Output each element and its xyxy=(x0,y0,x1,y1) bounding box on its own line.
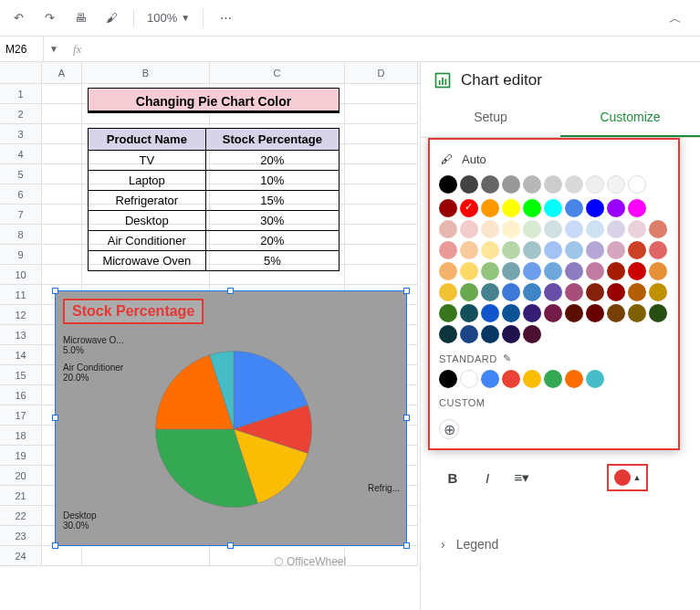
color-swatch[interactable] xyxy=(607,220,625,238)
align-button[interactable]: ≡▾ xyxy=(508,464,536,491)
print-button[interactable]: 🖶 xyxy=(71,9,89,27)
color-swatch[interactable] xyxy=(502,220,520,238)
color-swatch[interactable] xyxy=(439,199,457,217)
color-swatch[interactable] xyxy=(565,370,583,388)
color-swatch[interactable] xyxy=(502,283,520,301)
select-all-corner[interactable] xyxy=(0,62,42,83)
italic-button[interactable]: I xyxy=(474,464,501,491)
color-swatch[interactable] xyxy=(439,241,457,259)
color-swatch[interactable] xyxy=(586,304,604,322)
color-swatch[interactable] xyxy=(628,283,646,301)
color-swatch[interactable] xyxy=(607,262,625,280)
row-header[interactable]: 7 xyxy=(0,205,42,225)
color-swatch[interactable] xyxy=(481,220,499,238)
color-swatch[interactable] xyxy=(439,220,457,238)
color-swatch[interactable] xyxy=(544,175,562,194)
color-swatch[interactable] xyxy=(565,304,583,322)
color-swatch[interactable] xyxy=(544,199,562,217)
row-header[interactable]: 24 xyxy=(0,546,42,566)
color-swatch[interactable] xyxy=(586,199,604,217)
color-swatch[interactable] xyxy=(586,370,604,388)
zoom-dropdown[interactable]: 100% ▼ xyxy=(147,11,190,25)
color-swatch[interactable] xyxy=(502,241,520,259)
color-swatch[interactable] xyxy=(460,199,478,217)
row-header[interactable]: 12 xyxy=(0,305,42,325)
color-swatch[interactable] xyxy=(460,283,478,301)
color-swatch[interactable] xyxy=(523,325,541,343)
sheet-title-cell[interactable]: Changing Pie Chart Color xyxy=(88,88,340,113)
resize-handle[interactable] xyxy=(403,542,410,549)
col-header-d[interactable]: D xyxy=(345,62,418,83)
row-header[interactable]: 14 xyxy=(0,345,42,365)
resize-handle[interactable] xyxy=(52,415,58,421)
color-swatch[interactable] xyxy=(481,199,499,217)
color-swatch[interactable] xyxy=(523,175,541,194)
resize-handle[interactable] xyxy=(52,542,58,549)
color-swatch[interactable] xyxy=(586,283,604,301)
color-swatch[interactable] xyxy=(460,370,478,388)
row-header[interactable]: 10 xyxy=(0,265,42,285)
color-swatch[interactable] xyxy=(628,262,646,280)
color-swatch[interactable] xyxy=(502,175,520,194)
table-cell[interactable]: 20% xyxy=(205,151,339,171)
color-swatch[interactable] xyxy=(586,220,604,238)
color-swatch[interactable] xyxy=(460,241,478,259)
row-header[interactable]: 23 xyxy=(0,526,42,546)
row-header[interactable]: 8 xyxy=(0,225,42,245)
color-swatch[interactable] xyxy=(439,304,457,322)
row-header[interactable]: 16 xyxy=(0,385,42,405)
row-header[interactable]: 17 xyxy=(0,405,42,426)
table-cell[interactable]: Microwave Oven xyxy=(89,251,206,271)
collapse-toolbar-icon[interactable]: ︿ xyxy=(669,11,682,27)
color-swatch[interactable] xyxy=(523,220,541,238)
row-header[interactable]: 15 xyxy=(0,365,42,385)
name-box-dropdown[interactable]: ▼ xyxy=(44,44,64,54)
color-swatch[interactable] xyxy=(628,304,646,322)
color-swatch[interactable] xyxy=(523,370,541,388)
row-header[interactable]: 6 xyxy=(0,184,42,205)
pie-graphic[interactable] xyxy=(147,342,320,516)
chart-title[interactable]: Stock Percentage xyxy=(63,299,204,324)
color-swatch[interactable] xyxy=(607,283,625,301)
color-swatch[interactable] xyxy=(649,283,667,301)
color-swatch[interactable] xyxy=(460,220,478,238)
color-swatch[interactable] xyxy=(481,325,499,343)
col-header-a[interactable]: A xyxy=(42,62,82,83)
color-swatch[interactable] xyxy=(481,283,499,301)
row-header[interactable]: 2 xyxy=(0,104,42,124)
color-swatch[interactable] xyxy=(649,220,667,238)
color-swatch[interactable] xyxy=(460,304,478,322)
color-swatch[interactable] xyxy=(544,241,562,259)
color-swatch[interactable] xyxy=(607,199,625,217)
color-swatch[interactable] xyxy=(565,220,583,238)
table-cell[interactable]: 5% xyxy=(205,251,339,271)
col-header-c[interactable]: C xyxy=(210,62,345,83)
color-swatch[interactable] xyxy=(649,304,667,322)
color-swatch[interactable] xyxy=(649,262,667,280)
redo-button[interactable]: ↷ xyxy=(40,9,58,27)
spreadsheet-grid[interactable]: A B C D 12345678910111213141516171819202… xyxy=(0,62,420,610)
color-swatch[interactable] xyxy=(586,262,604,280)
add-custom-color-button[interactable]: ⊕ xyxy=(439,419,459,439)
row-header[interactable]: 11 xyxy=(0,285,42,305)
color-swatch[interactable] xyxy=(565,199,583,217)
text-color-button[interactable]: ▲ xyxy=(607,464,648,491)
row-header[interactable]: 5 xyxy=(0,164,42,184)
color-swatch[interactable] xyxy=(607,175,625,194)
color-swatch[interactable] xyxy=(460,262,478,280)
color-swatch[interactable] xyxy=(439,175,457,194)
color-swatch[interactable] xyxy=(565,241,583,259)
table-cell[interactable]: 10% xyxy=(205,171,339,191)
color-swatch[interactable] xyxy=(439,325,457,343)
row-header[interactable]: 19 xyxy=(0,446,42,466)
auto-color-row[interactable]: 🖋 Auto xyxy=(439,149,669,175)
paint-format-button[interactable]: 🖌 xyxy=(102,9,120,27)
color-swatch[interactable] xyxy=(544,220,562,238)
color-swatch[interactable] xyxy=(481,304,499,322)
color-swatch[interactable] xyxy=(502,304,520,322)
table-cell[interactable]: TV xyxy=(89,151,206,171)
color-swatch[interactable] xyxy=(502,199,520,217)
resize-handle[interactable] xyxy=(52,288,58,294)
row-header[interactable]: 18 xyxy=(0,426,42,446)
more-button[interactable]: ⋯ xyxy=(216,9,235,27)
